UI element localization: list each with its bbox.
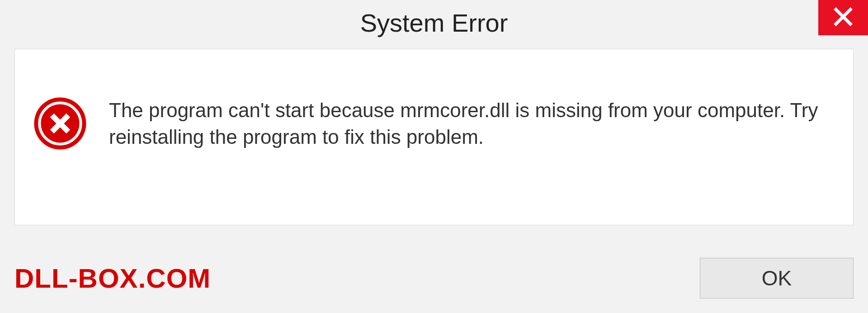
- error-icon: [33, 96, 87, 151]
- dialog-titlebar: System Error: [0, 0, 868, 45]
- close-icon: [832, 6, 854, 29]
- dialog-footer: DLL-BOX.COM OK: [14, 258, 854, 299]
- close-button[interactable]: [818, 0, 868, 35]
- dialog-content: The program can't start because mrmcorer…: [14, 49, 854, 225]
- dialog-message: The program can't start because mrmcorer…: [109, 97, 835, 151]
- watermark-text: DLL-BOX.COM: [14, 263, 211, 294]
- dialog-title: System Error: [360, 8, 508, 38]
- ok-button[interactable]: OK: [700, 258, 854, 299]
